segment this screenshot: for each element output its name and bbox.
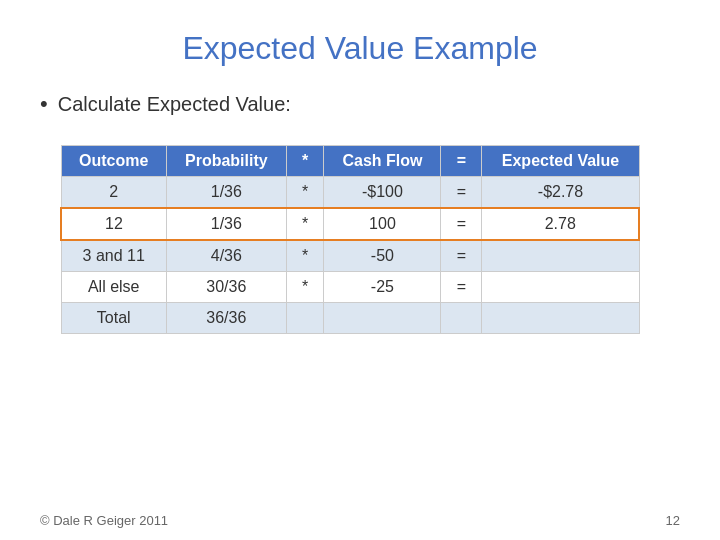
cell-star: * <box>286 272 324 303</box>
col-probability: Probability <box>166 146 286 177</box>
cell-star <box>286 303 324 334</box>
cell-probability: 30/36 <box>166 272 286 303</box>
bullet-item: • Calculate Expected Value: <box>40 91 680 117</box>
col-outcome: Outcome <box>61 146 166 177</box>
footer: © Dale R Geiger 2011 12 <box>0 513 720 528</box>
table-row: 21/36*-$100=-$2.78 <box>61 177 639 209</box>
cell-cashflow <box>324 303 441 334</box>
cell-probability: 4/36 <box>166 240 286 272</box>
page-container: Expected Value Example • Calculate Expec… <box>0 0 720 540</box>
table-header-row: Outcome Probability * Cash Flow = Expect… <box>61 146 639 177</box>
cell-cashflow: -50 <box>324 240 441 272</box>
col-star: * <box>286 146 324 177</box>
cell-equals: = <box>441 208 482 240</box>
cell-outcome: 2 <box>61 177 166 209</box>
col-equals: = <box>441 146 482 177</box>
page-title: Expected Value Example <box>40 30 680 67</box>
col-cashflow: Cash Flow <box>324 146 441 177</box>
cell-cashflow: 100 <box>324 208 441 240</box>
cell-probability: 1/36 <box>166 208 286 240</box>
cell-equals: = <box>441 177 482 209</box>
table-row: All else30/36*-25= <box>61 272 639 303</box>
cell-equals: = <box>441 272 482 303</box>
expected-value-table: Outcome Probability * Cash Flow = Expect… <box>60 145 640 334</box>
cell-outcome: Total <box>61 303 166 334</box>
cell-star: * <box>286 208 324 240</box>
cell-outcome: All else <box>61 272 166 303</box>
bullet-section: • Calculate Expected Value: <box>40 91 680 129</box>
table-row: 3 and 114/36*-50= <box>61 240 639 272</box>
cell-cashflow: -25 <box>324 272 441 303</box>
cell-equals <box>441 303 482 334</box>
cell-outcome: 3 and 11 <box>61 240 166 272</box>
table-body: 21/36*-$100=-$2.78121/36*100=2.783 and 1… <box>61 177 639 334</box>
cell-expected <box>482 303 639 334</box>
cell-star: * <box>286 240 324 272</box>
cell-probability: 36/36 <box>166 303 286 334</box>
bullet-text: Calculate Expected Value: <box>58 93 291 116</box>
cell-expected: -$2.78 <box>482 177 639 209</box>
cell-expected <box>482 272 639 303</box>
cell-probability: 1/36 <box>166 177 286 209</box>
copyright-text: © Dale R Geiger 2011 <box>40 513 168 528</box>
cell-cashflow: -$100 <box>324 177 441 209</box>
col-expected: Expected Value <box>482 146 639 177</box>
cell-star: * <box>286 177 324 209</box>
cell-outcome: 12 <box>61 208 166 240</box>
cell-expected <box>482 240 639 272</box>
table-row: Total36/36 <box>61 303 639 334</box>
bullet-dot: • <box>40 91 48 117</box>
cell-equals: = <box>441 240 482 272</box>
page-number: 12 <box>666 513 680 528</box>
table-row: 121/36*100=2.78 <box>61 208 639 240</box>
table-container: Outcome Probability * Cash Flow = Expect… <box>60 145 700 334</box>
cell-expected: 2.78 <box>482 208 639 240</box>
